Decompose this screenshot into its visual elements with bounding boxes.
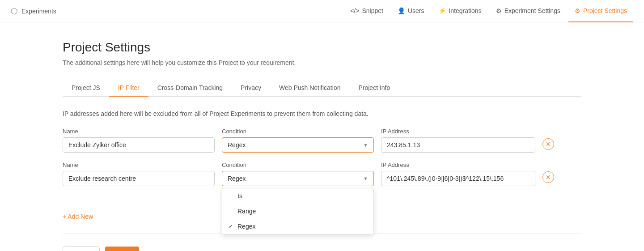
condition-select-display-1[interactable]: Regex ▼ (222, 137, 374, 153)
topnav-label-integrations: Integrations (449, 7, 481, 14)
name-group-1: Name (63, 128, 215, 153)
ip-label-1: IP Address (381, 128, 535, 135)
tab-project-info[interactable]: Project Info (349, 80, 399, 97)
condition-select-1: Regex ▼ (222, 137, 374, 153)
name-group-2: Name (63, 162, 215, 186)
dropdown-option-regex[interactable]: ✓ Regex (222, 219, 373, 234)
topnav-item-project-settings[interactable]: ⚙ Project Settings (568, 0, 633, 22)
ip-input-1[interactable] (381, 137, 535, 153)
topnav-item-integrations[interactable]: ⚡ Integrations (432, 0, 487, 22)
page-title: Project Settings (63, 40, 581, 55)
snippet-icon: </> (350, 7, 359, 14)
name-label-1: Name (63, 128, 215, 135)
topnav-label-experiment-settings: Experiment Settings (504, 7, 560, 14)
topnav-item-experiment-settings[interactable]: ⚙ Experiment Settings (490, 0, 567, 22)
dropdown-label-is: Is (237, 192, 242, 200)
name-input-1[interactable] (63, 137, 215, 153)
page-content: Project Settings The additional settings… (0, 22, 644, 251)
dropdown-option-range[interactable]: Range (222, 204, 373, 219)
remove-button-1[interactable]: ✕ (542, 138, 554, 150)
tab-project-js[interactable]: Project JS (63, 80, 109, 97)
tab-privacy[interactable]: Privacy (232, 80, 270, 97)
checkmark-regex: ✓ (229, 223, 235, 230)
condition-group-1: Condition Regex ▼ (222, 128, 374, 153)
name-label-2: Name (63, 162, 215, 168)
section-description: IP addresses added here will be excluded… (63, 110, 581, 117)
topnav-item-snippet[interactable]: </> Snippet (344, 0, 390, 22)
brand: ⬡ Experiments (11, 6, 56, 16)
tab-ip-filter[interactable]: IP Filter (109, 80, 148, 97)
select-arrow-2: ▼ (363, 176, 368, 181)
ip-group-1: IP Address (381, 128, 535, 153)
tab-cross-domain[interactable]: Cross-Domain Tracking (148, 80, 232, 97)
condition-value-1: Regex (228, 141, 246, 149)
save-button[interactable]: Save (105, 247, 139, 251)
condition-select-2: Regex ▼ Is Range ✓ Regex (222, 171, 374, 186)
page-subtitle: The additional settings here will help y… (63, 59, 581, 66)
condition-label-1: Condition (222, 128, 374, 135)
condition-value-2: Regex (228, 175, 246, 182)
tab-web-push[interactable]: Web Push Notification (270, 80, 349, 97)
topnav-label-snippet: Snippet (362, 7, 383, 14)
topnav-label-users: Users (408, 7, 424, 14)
topnav-items: </> Snippet 👤 Users ⚡ Integrations ⚙ Exp… (344, 0, 633, 22)
name-input-2[interactable] (63, 171, 215, 186)
condition-group-2: Condition Regex ▼ Is Range (222, 162, 374, 186)
condition-dropdown-2: Is Range ✓ Regex (222, 188, 374, 234)
integrations-icon: ⚡ (438, 7, 446, 14)
dropdown-label-regex: Regex (237, 223, 255, 230)
topnav-label-project-settings: Project Settings (583, 7, 627, 14)
condition-select-display-2[interactable]: Regex ▼ (222, 171, 374, 186)
remove-button-2[interactable]: ✕ (542, 171, 554, 183)
close-icon-1: ✕ (546, 140, 551, 148)
dropdown-option-is[interactable]: Is (222, 188, 373, 204)
ip-label-2: IP Address (381, 162, 535, 168)
close-icon-2: ✕ (546, 174, 551, 181)
topnav-item-users[interactable]: 👤 Users (391, 0, 431, 22)
dropdown-label-range: Range (237, 208, 256, 215)
brand-icon: ⬡ (11, 6, 18, 16)
reset-button[interactable]: Reset (63, 247, 100, 251)
brand-label: Experiments (21, 8, 56, 15)
ip-filter-row-1: Name Condition Regex ▼ IP Address ✕ (63, 128, 581, 153)
condition-label-2: Condition (222, 162, 374, 168)
tabs-container: Project JS IP Filter Cross-Domain Tracki… (63, 80, 581, 97)
ip-filter-row-2: Name Condition Regex ▼ Is Range (63, 162, 581, 186)
ip-group-2: IP Address (381, 162, 535, 186)
action-buttons: Reset Save (63, 247, 581, 251)
topnav: ⬡ Experiments </> Snippet 👤 Users ⚡ Inte… (0, 0, 644, 22)
project-settings-icon: ⚙ (575, 7, 580, 14)
select-arrow-1: ▼ (363, 142, 368, 148)
experiment-settings-icon: ⚙ (496, 7, 502, 14)
users-icon: 👤 (398, 7, 405, 14)
ip-input-2[interactable] (381, 171, 535, 186)
